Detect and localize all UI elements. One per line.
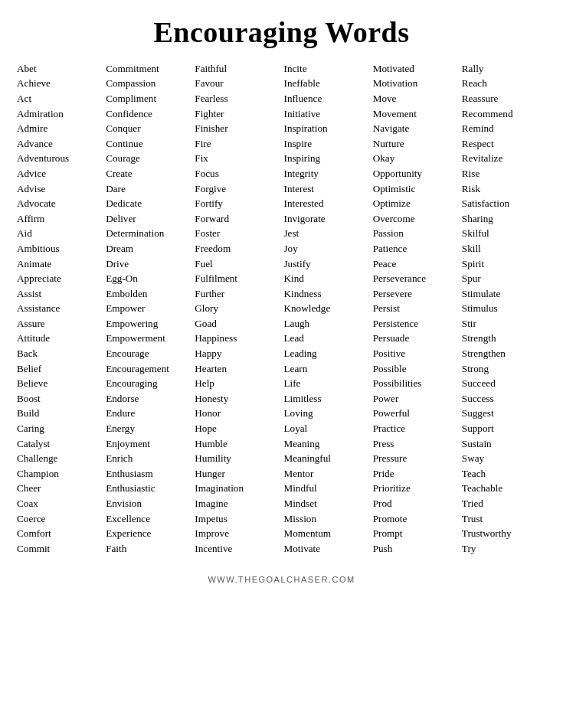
word-cell: Dream bbox=[104, 241, 191, 256]
word-cell: Empowering bbox=[104, 316, 191, 331]
word-cell: Envision bbox=[104, 496, 191, 511]
word-cell: Interest bbox=[282, 181, 369, 197]
word-cell: Revitalize bbox=[460, 152, 548, 167]
word-cell: Attitude bbox=[15, 331, 103, 347]
word-cell: Commitment bbox=[104, 61, 191, 77]
word-cell: Sharing bbox=[460, 211, 548, 227]
word-cell: Satisfaction bbox=[460, 196, 548, 211]
word-cell: Meaning bbox=[282, 436, 369, 452]
word-cell: Tried bbox=[460, 496, 548, 511]
word-cell: Incite bbox=[282, 61, 369, 77]
word-cell: Fighter bbox=[193, 106, 280, 122]
word-cell: Build bbox=[15, 406, 103, 422]
word-cell: Pressure bbox=[372, 451, 459, 466]
word-cell: Skilful bbox=[460, 227, 548, 242]
word-cell: Fix bbox=[193, 152, 280, 167]
word-cell: Catalyst bbox=[15, 436, 103, 452]
word-cell: Freedom bbox=[193, 241, 280, 256]
word-cell: Endure bbox=[104, 406, 191, 422]
word-cell: Strengthen bbox=[460, 346, 548, 361]
word-cell: Remind bbox=[460, 121, 548, 136]
page-title: Encouraging Words bbox=[153, 15, 409, 49]
word-cell: Opportunity bbox=[372, 166, 459, 181]
word-cell: Strength bbox=[460, 331, 548, 347]
word-cell: Drive bbox=[104, 256, 191, 272]
word-cell: Support bbox=[460, 421, 548, 436]
word-cell: Fulfilment bbox=[193, 271, 280, 286]
word-cell: Boost bbox=[15, 391, 103, 406]
word-cell: Compassion bbox=[104, 77, 191, 92]
word-cell: Champion bbox=[15, 466, 103, 482]
word-cell: Press bbox=[372, 436, 459, 452]
word-cell: Abet bbox=[15, 61, 103, 77]
word-cell: Advocate bbox=[15, 196, 103, 211]
word-cell: Move bbox=[372, 91, 459, 106]
word-cell: Kindness bbox=[282, 286, 369, 302]
word-cell: Fuel bbox=[193, 256, 280, 272]
word-cell: Rise bbox=[460, 166, 548, 181]
word-cell: Empowerment bbox=[104, 331, 191, 347]
word-cell: Foster bbox=[193, 227, 280, 242]
word-cell: Encourage bbox=[104, 346, 191, 361]
word-cell: Trustworthy bbox=[460, 526, 548, 541]
word-cell: Teachable bbox=[460, 482, 548, 497]
word-cell: Positive bbox=[372, 346, 459, 361]
word-cell: Imagination bbox=[193, 482, 280, 497]
word-cell: Life bbox=[282, 376, 369, 391]
word-cell: Mindset bbox=[282, 496, 369, 511]
word-cell: Belief bbox=[15, 361, 103, 377]
word-cell: Succeed bbox=[460, 376, 548, 391]
word-cell: Advise bbox=[15, 181, 103, 197]
word-cell: Stimulus bbox=[460, 302, 548, 317]
word-cell: Achieve bbox=[15, 77, 103, 92]
word-cell: Conquer bbox=[104, 121, 191, 136]
word-cell: Motivation bbox=[372, 77, 459, 92]
word-cell: Peace bbox=[372, 256, 459, 272]
word-cell: Motivate bbox=[282, 541, 369, 557]
word-cell: Try bbox=[460, 541, 548, 557]
word-cell: Animate bbox=[15, 256, 103, 272]
word-cell: Humility bbox=[193, 451, 280, 466]
word-cell: Passion bbox=[372, 227, 459, 242]
word-cell: Respect bbox=[460, 136, 548, 152]
word-cell: Influence bbox=[282, 91, 369, 106]
word-cell: Help bbox=[193, 376, 280, 391]
word-cell: Pride bbox=[372, 466, 459, 482]
word-cell: Teach bbox=[460, 466, 548, 482]
word-cell: Spur bbox=[460, 271, 548, 286]
word-cell: Dare bbox=[104, 181, 191, 197]
word-cell: Push bbox=[372, 541, 459, 557]
word-cell: Imagine bbox=[193, 496, 280, 511]
word-cell: Encouraging bbox=[104, 376, 191, 391]
word-cell: Assure bbox=[15, 316, 103, 331]
word-cell: Comfort bbox=[15, 526, 103, 541]
word-cell: Jest bbox=[282, 227, 369, 242]
word-cell: Fearless bbox=[193, 91, 280, 106]
word-cell: Leading bbox=[282, 346, 369, 361]
word-cell: Deliver bbox=[104, 211, 191, 227]
word-cell: Persist bbox=[372, 302, 459, 317]
word-cell: Assistance bbox=[15, 302, 103, 317]
word-cell: Joy bbox=[282, 241, 369, 256]
word-cell: Perseverance bbox=[372, 271, 459, 286]
word-cell: Reach bbox=[460, 77, 548, 92]
word-cell: Optimistic bbox=[372, 181, 459, 197]
word-grid: AbetCommitmentFaithfulInciteMotivatedRal… bbox=[15, 61, 548, 557]
word-cell: Happiness bbox=[193, 331, 280, 347]
word-cell: Kind bbox=[282, 271, 369, 286]
word-cell: Sway bbox=[460, 451, 548, 466]
word-cell: Impetus bbox=[193, 511, 280, 527]
word-cell: Act bbox=[15, 91, 103, 106]
word-cell: Powerful bbox=[372, 406, 459, 422]
word-cell: Optimize bbox=[372, 196, 459, 211]
word-cell: Dedicate bbox=[104, 196, 191, 211]
word-cell: Nurture bbox=[372, 136, 459, 152]
word-cell: Faith bbox=[104, 541, 191, 557]
word-cell: Justify bbox=[282, 256, 369, 272]
word-cell: Mission bbox=[282, 511, 369, 527]
word-cell: Back bbox=[15, 346, 103, 361]
word-cell: Practice bbox=[372, 421, 459, 436]
word-cell: Admire bbox=[15, 121, 103, 136]
word-cell: Stir bbox=[460, 316, 548, 331]
word-cell: Power bbox=[372, 391, 459, 406]
